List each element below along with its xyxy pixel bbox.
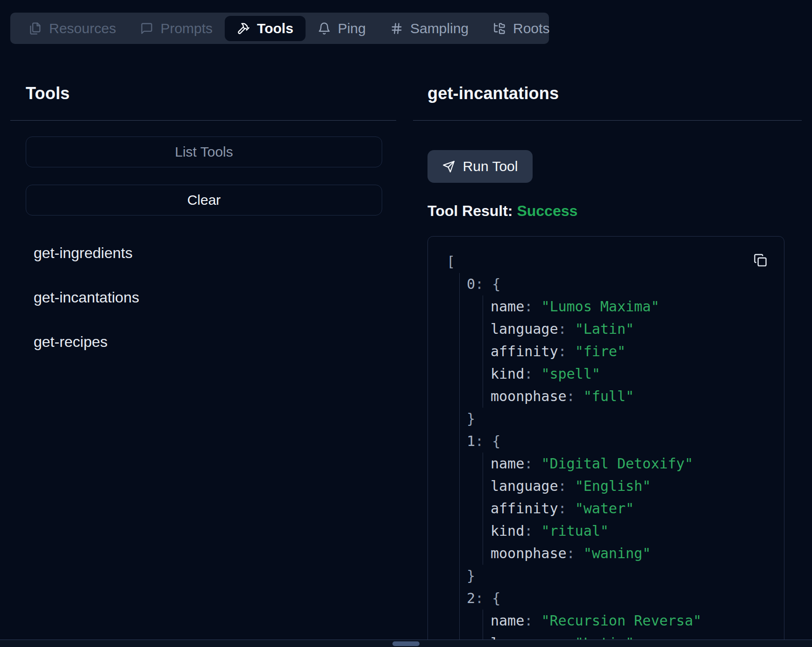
tool-list-item[interactable]: get-incantations [10, 275, 396, 320]
hammer-icon [237, 22, 250, 35]
hash-icon [390, 22, 403, 35]
tool-list: get-ingredients get-incantations get-rec… [10, 231, 396, 364]
list-tools-button[interactable]: List Tools [26, 137, 382, 167]
tab-ping[interactable]: Ping [306, 16, 378, 41]
message-square-icon [140, 22, 153, 35]
json-result-viewer: [0: {name: "Lumos Maxima"language: "Lati… [428, 237, 784, 647]
json-row: name: "Recursion Reversa" [491, 610, 784, 632]
tab-label: Resources [49, 21, 116, 36]
tools-panel-title: Tools [26, 83, 396, 104]
tool-result-box: [0: {name: "Lumos Maxima"language: "Lati… [427, 236, 784, 647]
tool-detail-divider [413, 120, 802, 121]
folder-tree-icon [493, 22, 506, 35]
tab-label: Tools [257, 21, 293, 36]
json-row: kind: "spell" [491, 363, 784, 385]
top-nav: Resources Prompts Tools Ping Sampling Ro… [10, 13, 549, 44]
json-row: kind: "ritual" [491, 520, 784, 542]
tool-detail-title: get-incantations [427, 83, 802, 104]
json-row: 2: { [467, 587, 784, 610]
tab-label: Roots [513, 21, 549, 36]
tool-list-item[interactable]: get-ingredients [10, 231, 396, 275]
drag-handle[interactable] [392, 641, 420, 646]
json-row: } [467, 408, 784, 430]
tool-result-line: Tool Result: Success [427, 201, 802, 220]
tool-list-item[interactable]: get-recipes [10, 320, 396, 364]
send-icon [442, 160, 455, 173]
clear-button[interactable]: Clear [26, 185, 382, 216]
tab-sampling[interactable]: Sampling [378, 16, 481, 41]
files-icon [29, 22, 42, 35]
bottom-panel-divider[interactable] [0, 640, 812, 647]
tab-prompts[interactable]: Prompts [128, 16, 225, 41]
copy-icon [754, 253, 767, 267]
json-row: name: "Lumos Maxima" [491, 295, 784, 318]
json-row: 1: { [467, 430, 784, 453]
run-tool-label: Run Tool [463, 158, 518, 174]
json-row: affinity: "fire" [491, 340, 784, 363]
json-row: } [467, 565, 784, 587]
tool-detail-panel: get-incantations Run Tool Tool Result: S… [413, 44, 802, 647]
json-row: language: "English" [491, 475, 784, 497]
run-tool-button[interactable]: Run Tool [427, 150, 533, 183]
tab-roots[interactable]: Roots [481, 16, 562, 41]
json-row: 0: { [467, 273, 784, 295]
json-row: language: "Latin" [491, 318, 784, 340]
bell-icon [318, 22, 331, 35]
tools-panel-divider [10, 120, 396, 121]
tab-label: Prompts [160, 21, 213, 36]
json-row: name: "Digital Detoxify" [491, 453, 784, 475]
json-row: [ [447, 251, 784, 273]
tool-result-status: Success [517, 202, 577, 219]
tab-tools[interactable]: Tools [225, 16, 306, 41]
tool-result-label: Tool Result: [427, 202, 513, 219]
json-row: moonphase: "full" [491, 385, 784, 408]
json-row: affinity: "water" [491, 497, 784, 520]
json-row: moonphase: "waning" [491, 542, 784, 565]
copy-button[interactable] [754, 253, 767, 267]
tab-label: Ping [338, 21, 366, 36]
tab-label: Sampling [410, 21, 469, 36]
tools-panel: Tools List Tools Clear get-ingredients g… [10, 44, 396, 364]
tab-resources[interactable]: Resources [17, 16, 128, 41]
